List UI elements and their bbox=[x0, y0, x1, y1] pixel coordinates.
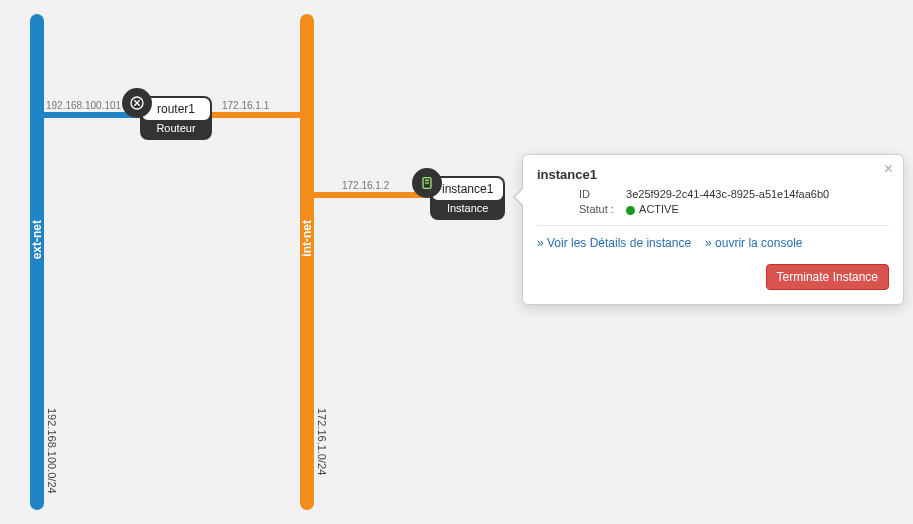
status-dot-icon bbox=[626, 206, 635, 215]
router-icon bbox=[122, 88, 152, 118]
popover-title: instance1 bbox=[537, 167, 889, 182]
network-label-int: int-net bbox=[300, 220, 314, 257]
ip-label-router-int: 172.16.1.1 bbox=[222, 100, 269, 111]
popover-divider bbox=[537, 225, 889, 226]
popover-status-value: ACTIVE bbox=[639, 203, 679, 215]
link-view-details[interactable]: » Voir les Détails de instance bbox=[537, 236, 691, 250]
link-open-console[interactable]: » ouvrir la console bbox=[705, 236, 802, 250]
node-router-title: router1 bbox=[142, 98, 210, 120]
ip-label-router-ext: 192.168.100.101 bbox=[46, 100, 121, 111]
instance-popover: × instance1 ID 3e25f929-2c41-443c-8925-a… bbox=[522, 154, 904, 305]
node-router-type: Routeur bbox=[142, 122, 210, 134]
node-instance-title: instance1 bbox=[432, 178, 503, 200]
node-instance[interactable]: instance1 Instance bbox=[430, 176, 505, 220]
link-instance-to-intnet bbox=[314, 192, 430, 198]
popover-status-label: Statut : bbox=[579, 203, 623, 215]
network-label-ext: ext-net bbox=[30, 220, 44, 259]
ip-label-instance-int: 172.16.1.2 bbox=[342, 180, 389, 191]
terminate-instance-button[interactable]: Terminate Instance bbox=[766, 264, 889, 290]
network-bar-ext[interactable] bbox=[30, 14, 44, 510]
network-topology-canvas: ext-net 192.168.100.0/24 int-net 172.16.… bbox=[0, 0, 913, 524]
server-icon bbox=[412, 168, 442, 198]
network-bar-int[interactable] bbox=[300, 14, 314, 510]
popover-id-value: 3e25f929-2c41-443c-8925-a51e14faa6b0 bbox=[626, 188, 829, 200]
node-instance-type: Instance bbox=[432, 202, 503, 214]
cidr-label-int: 172.16.1.0/24 bbox=[316, 408, 328, 475]
node-router[interactable]: router1 Routeur bbox=[140, 96, 212, 140]
cidr-label-ext: 192.168.100.0/24 bbox=[46, 408, 58, 494]
close-icon[interactable]: × bbox=[884, 161, 893, 177]
link-router-to-intnet bbox=[208, 112, 300, 118]
popover-id-label: ID bbox=[579, 188, 623, 200]
